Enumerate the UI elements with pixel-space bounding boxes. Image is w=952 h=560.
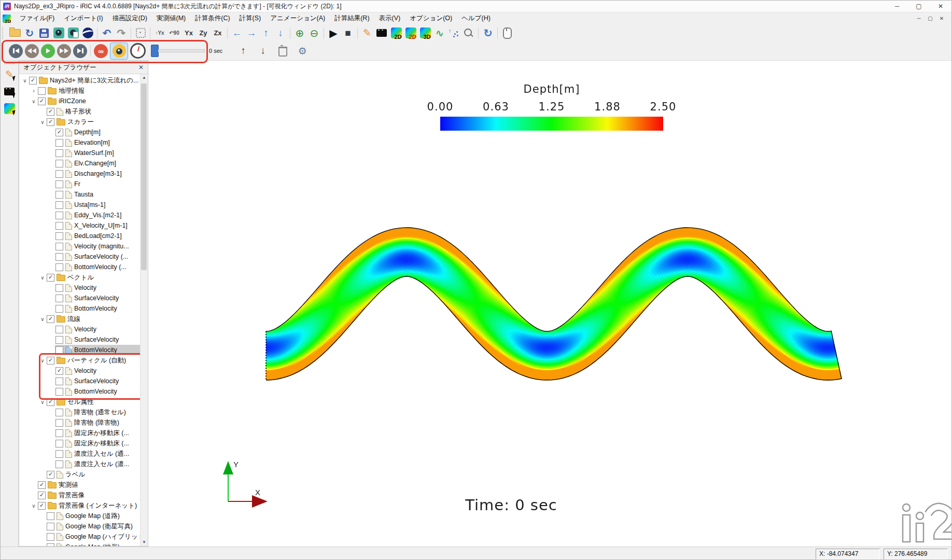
tree-folder-row[interactable]: ✓実測値 [19, 480, 140, 490]
view-zy-icon[interactable]: Zy [197, 26, 210, 40]
menu-item[interactable]: インポート(I) [59, 12, 107, 24]
anim-play-icon[interactable] [41, 44, 55, 58]
menu-item[interactable]: 表示(V) [374, 12, 405, 24]
tree-file-row[interactable]: SurfaceVelocity (... [19, 251, 140, 262]
tree-file-row[interactable]: Usta[ms-1] [19, 200, 140, 210]
continuous-snapshot-icon[interactable] [66, 26, 80, 40]
rotate-90-icon[interactable]: ↶90 [167, 26, 181, 40]
tree-file-row[interactable]: BottomVelocity [19, 345, 140, 355]
zoom-in-icon[interactable]: ⊕ [293, 26, 306, 40]
checkbox-unchecked[interactable] [55, 160, 63, 167]
checkbox-unchecked[interactable] [55, 191, 63, 199]
checkbox-checked[interactable]: ✓ [38, 97, 46, 105]
expander-open-icon[interactable]: ∨ [39, 316, 46, 322]
tree-folder-row[interactable]: ∨✓Nays2d+ 簡単に3次元流れの... [19, 75, 140, 86]
toolbar-grip[interactable] [4, 63, 15, 64]
checkbox-unchecked[interactable] [55, 170, 63, 178]
tree-file-row[interactable]: Elevation[m] [19, 137, 140, 148]
maximize-button[interactable]: ▢ [908, 1, 930, 12]
move-down-icon[interactable]: ↓ [256, 44, 270, 58]
menu-item[interactable]: 実測値(M) [152, 12, 190, 24]
tree-file-row[interactable]: SurfaceVelocity [19, 293, 140, 303]
tree-file-row[interactable]: Discharge[m3-1] [19, 169, 140, 179]
zoom-out-icon[interactable]: ⊖ [307, 26, 321, 40]
checkbox-unchecked[interactable] [47, 523, 54, 530]
checkbox-checked[interactable]: ✓ [47, 357, 54, 365]
checkbox-unchecked[interactable] [55, 253, 63, 261]
tree-file-row[interactable]: 固定床か移動床 (... [19, 438, 140, 449]
tree-file-row[interactable]: Elv.Change[m] [19, 158, 140, 169]
checkbox-checked[interactable]: ✓ [55, 367, 63, 375]
checkbox-checked[interactable]: ✓ [47, 108, 54, 116]
menu-item[interactable]: ヘルプ(H) [457, 12, 495, 24]
checkbox-unchecked[interactable] [47, 543, 54, 547]
open-project-icon[interactable] [8, 26, 22, 40]
expander-closed-icon[interactable]: › [30, 87, 37, 94]
new-3d-window-icon[interactable]: 3D [418, 26, 432, 40]
mdi-restore-button[interactable]: ▢ [925, 14, 936, 23]
tree-folder-row[interactable]: ∨✓セル属性 [19, 397, 140, 407]
expander-open-icon[interactable]: ∨ [39, 275, 46, 281]
menu-item[interactable]: オプション(O) [405, 12, 457, 24]
checkbox-unchecked[interactable] [55, 409, 63, 416]
checkbox-unchecked[interactable] [47, 533, 54, 541]
tree-file-row[interactable]: BottomVelocity (... [19, 262, 140, 272]
checkbox-unchecked[interactable] [55, 232, 63, 240]
checkbox-unchecked[interactable] [55, 460, 63, 468]
tree-folder-row[interactable]: ∨✓背景画像 (インターネット) [19, 500, 140, 511]
tree-file-row[interactable]: SurfaceVelocity [19, 376, 140, 386]
tree-file-row[interactable]: Velocity (magnitu... [19, 241, 140, 251]
particle-display-icon[interactable] [110, 43, 128, 60]
graph-window-icon[interactable]: ∿ [433, 26, 446, 40]
pan-down-icon[interactable]: ↓ [274, 26, 287, 40]
checkbox-unchecked[interactable] [55, 243, 63, 250]
tree-file-row[interactable]: Google Map (道路) [19, 511, 140, 521]
anim-rewind-icon[interactable] [25, 44, 39, 58]
scrollbar-thumb[interactable] [141, 83, 147, 270]
checkbox-checked[interactable]: ✓ [55, 129, 63, 136]
menu-item[interactable]: 描画設定(D) [108, 12, 152, 24]
tree-file-row[interactable]: ✓Velocity [19, 366, 140, 376]
child-window-2d-icon[interactable]: 2D [3, 15, 11, 23]
expander-open-icon[interactable]: ∨ [21, 78, 29, 83]
checkbox-checked[interactable]: ✓ [47, 471, 54, 479]
snapshot-icon[interactable] [52, 26, 65, 40]
menu-item[interactable]: 計算条件(C) [190, 12, 234, 24]
checkbox-unchecked[interactable] [55, 222, 63, 230]
anim-forward-icon[interactable] [57, 44, 71, 58]
pan-right-icon[interactable]: → [245, 26, 258, 40]
checkbox-unchecked[interactable] [55, 305, 63, 313]
expander-open-icon[interactable]: ∨ [30, 503, 37, 509]
anim-speed-icon[interactable] [130, 43, 146, 59]
menu-item[interactable]: アニメーション(A) [265, 12, 330, 24]
expander-open-icon[interactable]: ∨ [30, 99, 37, 104]
menu-item[interactable]: 計算結果(R) [330, 12, 374, 24]
tree-file-row[interactable]: SurfaceVelocity [19, 334, 140, 345]
close-button[interactable]: ✕ [930, 1, 951, 12]
menu-item[interactable]: ファイル(F) [15, 12, 59, 24]
compare-window-icon[interactable] [462, 26, 475, 40]
checkbox-checked[interactable]: ✓ [47, 315, 54, 323]
settings-gear-icon[interactable]: ⚙ [296, 44, 309, 58]
reload-results-icon[interactable]: ↻ [481, 26, 495, 40]
scrollbar-down-icon[interactable]: ▼ [141, 539, 148, 546]
expander-open-icon[interactable]: ∨ [39, 119, 46, 125]
stop-solver-icon[interactable]: ■ [341, 26, 355, 40]
tree-file-row[interactable]: BottomVelocity [19, 386, 140, 397]
tree-folder-row[interactable]: ∨✓ベクトル [19, 272, 140, 283]
pan-left-icon[interactable]: ← [230, 26, 244, 40]
visualization-canvas-area[interactable]: Depth[m] 0.000.631.251.882.50 Time: 0 se… [148, 61, 952, 547]
checkbox-unchecked[interactable] [55, 388, 63, 396]
reset-rotation-icon[interactable]: ↑Yx [153, 26, 166, 40]
edit-pencil-icon[interactable]: ✎ [360, 26, 374, 40]
undo-icon[interactable]: ↶ [100, 26, 114, 40]
tree-file-row[interactable]: Fr [19, 179, 140, 189]
tree-file-row[interactable]: Velocity [19, 283, 140, 293]
checkbox-unchecked[interactable] [55, 139, 63, 147]
checkbox-unchecked[interactable] [55, 429, 63, 437]
anim-loop-icon[interactable]: ∞ [94, 44, 108, 58]
checkbox-checked[interactable]: ✓ [38, 492, 46, 499]
tree-file-row[interactable]: ✓Depth[m] [19, 127, 140, 137]
checkbox-unchecked[interactable] [55, 440, 63, 447]
checkbox-unchecked[interactable] [55, 450, 63, 458]
